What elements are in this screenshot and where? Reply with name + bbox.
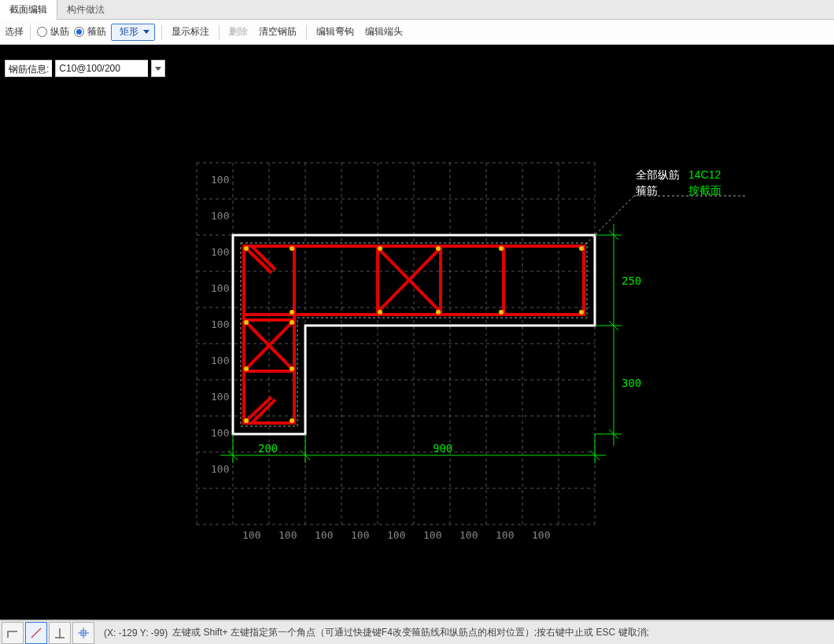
grid-col-label: 100 bbox=[423, 529, 441, 541]
grid-col-label: 100 bbox=[532, 529, 550, 541]
grid-row-label: 100 bbox=[211, 427, 229, 439]
rebar-info-label: 钢筋信息: bbox=[5, 60, 52, 77]
svg-point-42 bbox=[290, 366, 294, 371]
toolbar: 选择 纵筋 箍筋 矩形 显示标注 删除 清空钢筋 编辑弯钩 编辑端头 bbox=[0, 20, 834, 45]
grid-col-label: 100 bbox=[496, 529, 514, 541]
svg-point-32 bbox=[499, 246, 504, 251]
rebar-info-bar: 钢筋信息: bbox=[5, 60, 165, 77]
show-label-button[interactable]: 显示标注 bbox=[168, 24, 212, 40]
grid-col-label: 100 bbox=[459, 529, 478, 541]
grid-row-label: 100 bbox=[211, 391, 229, 403]
annotation-leader bbox=[582, 196, 747, 248]
svg-point-34 bbox=[579, 310, 584, 315]
svg-point-44 bbox=[290, 418, 294, 423]
radio-stirrup[interactable]: 箍筋 bbox=[74, 25, 106, 39]
grid-row-label: 100 bbox=[211, 318, 229, 330]
status-btn-grid[interactable] bbox=[72, 622, 94, 644]
svg-point-37 bbox=[378, 310, 382, 315]
grid-row-label: 100 bbox=[211, 282, 229, 294]
select-label: 选择 bbox=[5, 25, 24, 39]
dim-h2: 300 bbox=[622, 377, 641, 389]
clear-rebar-button[interactable]: 清空钢筋 bbox=[256, 24, 300, 40]
status-btn-snap1[interactable] bbox=[25, 622, 47, 644]
dim-w2: 900 bbox=[433, 442, 452, 454]
status-coords: (X: -129 Y: -99) bbox=[104, 627, 168, 638]
rebar-info-input[interactable] bbox=[55, 60, 148, 77]
edit-end-button[interactable]: 编辑端头 bbox=[362, 24, 406, 40]
svg-point-43 bbox=[244, 418, 249, 423]
grid-row-label: 100 bbox=[211, 210, 229, 222]
anno-rebar-spec: 14C12 bbox=[688, 168, 721, 181]
svg-point-31 bbox=[436, 246, 441, 251]
grid-col-label: 100 bbox=[242, 529, 260, 541]
rebar-info-dropdown[interactable] bbox=[151, 60, 165, 77]
grid-row-label: 100 bbox=[211, 463, 229, 475]
grid-row-label: 100 bbox=[211, 174, 229, 186]
grid-col-label: 100 bbox=[279, 529, 297, 541]
tab-component-method[interactable]: 构件做法 bbox=[57, 0, 114, 20]
grid-row-label: 100 bbox=[211, 355, 229, 366]
grid-col-label: 100 bbox=[315, 529, 333, 541]
svg-point-35 bbox=[499, 310, 504, 315]
status-hint: 左键或 Shift+ 左键指定第一个角点（可通过快捷键F4改变箍筋线和纵筋点的相… bbox=[172, 626, 649, 639]
grid-col-label: 100 bbox=[387, 529, 405, 541]
svg-point-38 bbox=[290, 310, 294, 315]
radio-longitudinal-label: 纵筋 bbox=[50, 25, 69, 39]
anno-all-rebar: 全部纵筋 bbox=[636, 168, 680, 181]
tab-section-edit[interactable]: 截面编辑 bbox=[0, 0, 57, 20]
status-bar: (X: -129 Y: -99) 左键或 Shift+ 左键指定第一个角点（可通… bbox=[0, 620, 834, 644]
radio-stirrup-label: 箍筋 bbox=[87, 25, 106, 39]
status-btn-snap2[interactable] bbox=[49, 622, 71, 644]
dim-w1: 200 bbox=[258, 442, 278, 454]
tab-bar: 截面编辑 构件做法 bbox=[0, 0, 834, 20]
svg-point-30 bbox=[378, 246, 382, 251]
shape-dropdown[interactable]: 矩形 bbox=[111, 24, 155, 41]
drawing-canvas[interactable]: 100 100 100 100 100 100 100 100 100 100 … bbox=[0, 45, 834, 620]
svg-point-28 bbox=[244, 246, 249, 251]
grid-row-label: 100 bbox=[211, 246, 229, 258]
svg-point-40 bbox=[290, 320, 294, 325]
svg-point-36 bbox=[436, 310, 441, 315]
anno-stirrup-spec: 按截面 bbox=[688, 184, 721, 197]
svg-line-53 bbox=[582, 196, 634, 248]
svg-line-55 bbox=[31, 628, 41, 638]
shape-dropdown-label: 矩形 bbox=[120, 25, 138, 39]
chevron-down-icon bbox=[143, 30, 149, 34]
edit-hook-button[interactable]: 编辑弯钩 bbox=[313, 24, 357, 40]
delete-button[interactable]: 删除 bbox=[226, 24, 251, 40]
radio-longitudinal[interactable]: 纵筋 bbox=[37, 25, 69, 39]
status-btn-ortho[interactable] bbox=[2, 622, 24, 644]
svg-point-29 bbox=[290, 246, 294, 251]
dim-h1: 250 bbox=[622, 274, 641, 287]
anno-stirrup: 箍筋 bbox=[636, 184, 658, 197]
svg-point-39 bbox=[244, 320, 249, 325]
chevron-down-icon bbox=[155, 67, 161, 71]
svg-point-41 bbox=[244, 366, 249, 371]
grid-col-label: 100 bbox=[351, 529, 369, 541]
